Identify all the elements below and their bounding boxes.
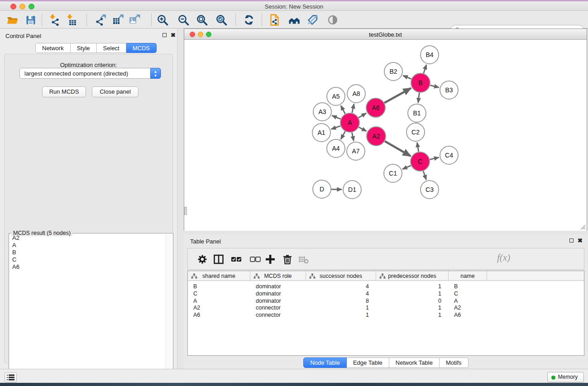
graph-node-C3[interactable]: C3 xyxy=(421,181,439,199)
table-cell[interactable]: A2 xyxy=(193,304,249,311)
table-cell[interactable]: 1 xyxy=(376,311,441,319)
column-header-shared-name[interactable]: shared name xyxy=(188,271,250,281)
column-options-icon[interactable] xyxy=(213,254,224,265)
create-column-icon[interactable] xyxy=(265,254,276,265)
graph-edge-A-A6[interactable] xyxy=(359,113,366,118)
table-cell[interactable]: A xyxy=(193,297,249,305)
show-hide-panel-icon[interactable] xyxy=(327,14,339,26)
graph-edge-A-A5[interactable] xyxy=(341,105,345,114)
result-item[interactable]: B xyxy=(10,248,166,256)
graph-edge-A6-B[interactable] xyxy=(384,88,411,103)
table-cell[interactable]: C xyxy=(193,290,249,297)
graph-node-A1[interactable]: A1 xyxy=(312,124,330,142)
network-canvas[interactable]: AA1A2A3A4A5A6A7A8BB1B2B3B4CC1C2C3C4DD1 xyxy=(184,40,587,231)
graph-node-A[interactable]: A xyxy=(340,113,359,132)
table-cell[interactable]: B xyxy=(454,283,486,290)
graph-node-A2[interactable]: A2 xyxy=(367,127,386,146)
close-panel-button[interactable]: Close panel xyxy=(92,86,139,97)
zoom-in-icon[interactable] xyxy=(157,14,168,26)
table-cell[interactable]: 1 xyxy=(376,290,441,297)
table-cell[interactable]: 1 xyxy=(376,283,441,290)
graph-node-B3[interactable]: B3 xyxy=(440,81,458,99)
apply-layout-icon[interactable] xyxy=(243,14,255,26)
column-header-name[interactable]: name xyxy=(449,271,487,281)
tab-select[interactable]: Select xyxy=(97,43,126,53)
graph-node-C1[interactable]: C1 xyxy=(384,164,402,182)
table-cell[interactable]: 1 xyxy=(376,304,441,311)
graph-node-B1[interactable]: B1 xyxy=(408,104,426,122)
graph-node-B4[interactable]: B4 xyxy=(421,46,439,64)
tab-style[interactable]: Style xyxy=(71,43,97,53)
graph-edge-A-A1[interactable] xyxy=(331,126,341,129)
zoom-fit-icon[interactable] xyxy=(196,14,208,26)
export-network-icon[interactable] xyxy=(95,14,106,26)
save-session-icon[interactable] xyxy=(25,14,37,26)
tab-mcds[interactable]: MCDS xyxy=(126,43,157,53)
result-item[interactable]: C xyxy=(10,256,166,263)
zoom-out-icon[interactable] xyxy=(177,14,189,26)
graph-edge-C-C1[interactable] xyxy=(402,166,411,169)
close-panel-icon[interactable]: ✖ xyxy=(171,33,176,38)
table-cell[interactable]: connector xyxy=(256,311,305,319)
run-mcds-button[interactable]: Run MCDS xyxy=(42,86,86,97)
resize-grip-icon[interactable] xyxy=(580,224,586,230)
graph-edge-A-A8[interactable] xyxy=(352,104,354,113)
table-cell[interactable]: dominator xyxy=(256,283,305,290)
graph-node-A4[interactable]: A4 xyxy=(327,139,345,157)
graph-edge-B-B1[interactable] xyxy=(418,93,420,103)
export-image-icon[interactable] xyxy=(129,14,140,26)
graph-edge-A2-C[interactable] xyxy=(385,141,411,156)
network-graph[interactable]: AA1A2A3A4A5A6A7A8BB1B2B3B4CC1C2C3C4DD1 xyxy=(184,40,587,231)
import-network-icon[interactable] xyxy=(48,14,60,26)
table-cell[interactable]: A2 xyxy=(454,304,486,311)
memory-button[interactable]: Memory xyxy=(547,372,584,382)
table-cell[interactable]: dominator xyxy=(256,297,305,305)
tab-edge-table[interactable]: Edge Table xyxy=(347,357,389,368)
function-builder-icon[interactable]: f(x) xyxy=(497,252,510,263)
export-table-icon[interactable] xyxy=(112,14,124,26)
graph-edge-A-A4[interactable] xyxy=(341,131,345,139)
delete-column-icon[interactable] xyxy=(282,254,293,265)
table-close-panel-icon[interactable]: ✖ xyxy=(578,238,583,243)
table-cell[interactable]: 8 xyxy=(306,297,369,305)
column-header-successor-nodes[interactable]: successor nodes xyxy=(306,271,376,281)
table-cell[interactable]: B xyxy=(193,283,249,290)
graph-node-A5[interactable]: A5 xyxy=(327,87,345,105)
delete-table-icon[interactable] xyxy=(298,254,309,265)
tab-network-table[interactable]: Network Table xyxy=(389,357,440,368)
graph-edge-C-C3[interactable] xyxy=(423,171,426,180)
network-from-selection-icon[interactable] xyxy=(269,14,281,26)
column-header-MCDS-role[interactable]: MCDS role xyxy=(250,271,306,281)
float-panel-icon[interactable] xyxy=(163,33,167,37)
result-scrollbar[interactable] xyxy=(166,234,172,385)
graph-node-B[interactable]: B xyxy=(411,73,430,92)
table-cell[interactable]: C xyxy=(454,290,486,297)
graph-edge-A-A3[interactable] xyxy=(332,115,340,119)
table-cell[interactable]: 4 xyxy=(306,283,369,290)
table-cell[interactable]: 0 xyxy=(376,297,441,305)
graph-edge-B-B3[interactable] xyxy=(430,85,439,87)
table-cell[interactable]: A xyxy=(454,297,486,305)
table-settings-icon[interactable] xyxy=(197,254,208,265)
result-item[interactable]: A6 xyxy=(10,263,166,270)
graph-node-D1[interactable]: D1 xyxy=(343,181,361,199)
graph-node-A3[interactable]: A3 xyxy=(313,103,331,121)
task-history-button[interactable] xyxy=(5,372,17,382)
unselect-all-columns-icon[interactable] xyxy=(250,254,261,265)
table-float-panel-icon[interactable] xyxy=(569,238,574,243)
first-neighbors-icon[interactable] xyxy=(288,14,300,26)
table-cell[interactable]: A6 xyxy=(193,311,249,319)
zoom-selected-icon[interactable] xyxy=(215,14,227,26)
column-header-predecessor-nodes[interactable]: predecessor nodes xyxy=(376,271,449,281)
select-all-columns-icon[interactable] xyxy=(231,254,242,265)
graph-node-B2[interactable]: B2 xyxy=(384,62,402,81)
tab-node-table[interactable]: Node Table xyxy=(303,357,347,368)
table-cell[interactable]: 1 xyxy=(306,311,369,319)
table-cell[interactable]: 1 xyxy=(306,304,369,311)
graph-node-D[interactable]: D xyxy=(313,180,331,198)
graph-node-C[interactable]: C xyxy=(411,152,430,171)
table-cell[interactable]: 4 xyxy=(306,290,369,297)
graph-edge-A-A2[interactable] xyxy=(359,127,367,131)
result-item[interactable]: A xyxy=(10,241,166,248)
hide-labels-icon[interactable] xyxy=(307,14,319,26)
